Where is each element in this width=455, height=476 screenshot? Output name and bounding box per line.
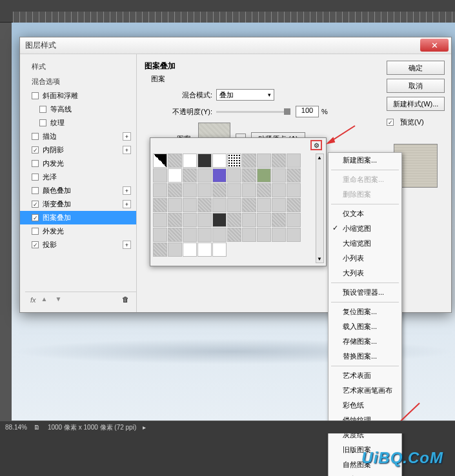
pattern-cell[interactable] [227, 198, 241, 212]
pattern-cell[interactable] [272, 168, 286, 183]
chevron-right-icon[interactable]: ▸ [143, 424, 146, 431]
pattern-cell[interactable] [183, 183, 197, 197]
pattern-cell[interactable] [227, 168, 241, 183]
pattern-cell[interactable] [257, 183, 271, 197]
style-stroke[interactable]: 描边+ [20, 130, 136, 143]
style-gradient-overlay[interactable]: 渐变叠加+ [20, 197, 136, 211]
pattern-cell[interactable] [168, 198, 182, 212]
move-down-icon[interactable]: ▼ [56, 295, 65, 304]
fx-label[interactable]: fx [30, 296, 36, 304]
pattern-cell[interactable] [183, 198, 197, 212]
pattern-cell[interactable] [257, 198, 271, 212]
checkbox[interactable] [32, 160, 39, 167]
pattern-cell[interactable] [257, 228, 271, 242]
pattern-cell[interactable] [272, 154, 286, 168]
checkbox[interactable] [32, 241, 39, 248]
pattern-cell[interactable] [287, 168, 301, 183]
pattern-cell[interactable] [168, 154, 182, 168]
style-inner-shadow[interactable]: 内阴影+ [20, 143, 136, 157]
style-outer-glow[interactable]: 外发光 [20, 224, 136, 238]
styles-header[interactable]: 样式 [20, 59, 136, 74]
pattern-cell[interactable] [272, 213, 286, 227]
pattern-cell[interactable] [183, 213, 197, 227]
expand-icon[interactable]: + [123, 132, 131, 141]
menu-reset[interactable]: 复位图案... [329, 304, 401, 319]
checkbox[interactable] [32, 174, 39, 181]
menu-save[interactable]: 存储图案... [329, 334, 401, 349]
move-up-icon[interactable]: ▲ [41, 295, 50, 304]
checkbox[interactable] [32, 133, 39, 140]
blend-mode-select[interactable]: 叠加 [216, 89, 274, 101]
expand-icon[interactable]: + [123, 146, 131, 154]
pattern-cell[interactable] [212, 183, 227, 197]
preview-checkbox-row[interactable]: 预览(V) [387, 117, 445, 127]
picker-scrollbar[interactable] [316, 154, 324, 263]
pattern-cell[interactable] [197, 243, 212, 257]
pattern-cell[interactable] [197, 198, 212, 212]
pattern-cell[interactable] [242, 228, 256, 242]
pattern-cell[interactable] [212, 168, 227, 183]
menu-preset-mgr[interactable]: 预设管理器... [329, 285, 401, 300]
pattern-cell[interactable] [242, 183, 256, 197]
pattern-cell[interactable] [227, 213, 241, 227]
pattern-cell[interactable] [287, 183, 301, 197]
trash-icon[interactable]: 🗑 [122, 295, 131, 304]
pattern-cell[interactable] [183, 154, 197, 168]
pattern-cell[interactable] [257, 168, 271, 183]
opacity-input[interactable]: 100 [296, 106, 319, 117]
pattern-cell[interactable] [153, 154, 167, 168]
pattern-cell[interactable] [168, 243, 182, 257]
style-contour[interactable]: 等高线 [20, 103, 136, 116]
checkbox[interactable] [39, 106, 46, 113]
cancel-button[interactable]: 取消 [387, 79, 445, 93]
pattern-cell[interactable] [168, 183, 182, 197]
menu-art-surface[interactable]: 艺术表面 [329, 368, 401, 383]
pattern-cell[interactable] [153, 183, 167, 197]
pattern-cell[interactable] [272, 183, 286, 197]
pattern-cell[interactable] [272, 198, 286, 212]
style-bevel[interactable]: 斜面和浮雕 [20, 89, 136, 103]
pattern-cell[interactable] [153, 228, 167, 242]
new-style-button[interactable]: 新建样式(W)... [387, 97, 445, 111]
pattern-cell[interactable] [197, 154, 212, 168]
pattern-cell[interactable] [257, 154, 271, 168]
pattern-cell[interactable] [183, 243, 197, 257]
checkbox[interactable] [32, 92, 39, 99]
preview-checkbox[interactable] [387, 119, 394, 126]
pattern-cell[interactable] [242, 198, 256, 212]
pattern-cell[interactable] [197, 168, 212, 183]
pattern-cell[interactable] [272, 228, 286, 242]
pattern-cell[interactable] [168, 213, 182, 227]
blend-options[interactable]: 混合选项 [20, 74, 136, 89]
pattern-cell[interactable] [287, 154, 301, 168]
menu-small-list[interactable]: 小列表 [329, 251, 401, 266]
pattern-cell[interactable] [183, 168, 197, 183]
slider-thumb[interactable] [284, 108, 290, 115]
menu-new-pattern[interactable]: 新建图案... [329, 153, 401, 168]
pattern-cell[interactable] [242, 154, 256, 168]
pattern-cell[interactable] [227, 228, 241, 242]
checkbox[interactable] [32, 228, 39, 235]
checkbox[interactable] [32, 146, 39, 154]
menu-pattern2[interactable]: 图案 2 [329, 472, 401, 476]
pattern-cell[interactable] [212, 243, 227, 257]
pattern-cell[interactable] [242, 168, 256, 183]
pattern-cell[interactable] [212, 198, 227, 212]
pattern-cell[interactable] [197, 183, 212, 197]
zoom-level[interactable]: 88.14% [5, 424, 27, 431]
pattern-cell[interactable] [227, 154, 241, 168]
pattern-cell[interactable] [212, 154, 227, 168]
pattern-cell[interactable] [287, 198, 301, 212]
pattern-cell[interactable] [242, 213, 256, 227]
style-color-overlay[interactable]: 颜色叠加+ [20, 184, 136, 197]
menu-load[interactable]: 载入图案... [329, 319, 401, 334]
style-texture[interactable]: 纹理 [20, 116, 136, 130]
pattern-cell[interactable] [287, 228, 301, 242]
pattern-cell[interactable] [287, 213, 301, 227]
pattern-cell[interactable] [153, 198, 167, 212]
pattern-cell[interactable] [197, 213, 212, 227]
pattern-grid[interactable] [150, 152, 326, 263]
style-drop-shadow[interactable]: 投影+ [20, 238, 136, 252]
menu-replace[interactable]: 替换图案... [329, 349, 401, 364]
menu-text-only[interactable]: 仅文本 [329, 206, 401, 221]
